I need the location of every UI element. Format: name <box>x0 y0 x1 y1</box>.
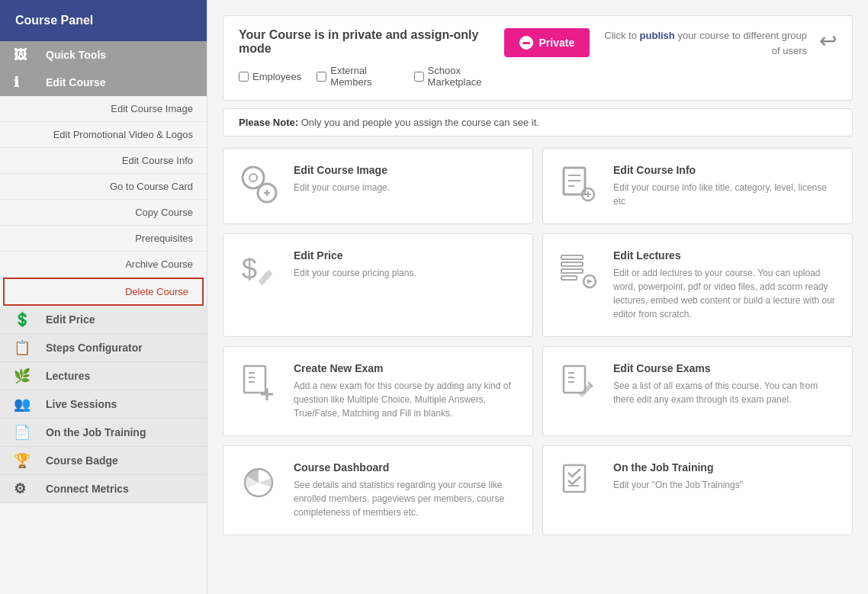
card-create-new-exam-icon <box>236 362 281 404</box>
card-edit-lectures[interactable]: Edit Lectures Edit or add lectures to yo… <box>542 233 853 337</box>
card-edit-course-image-content: Edit Course Image Edit your course image… <box>294 164 390 194</box>
sidebar-link-edit-course-image[interactable]: Edit Course Image <box>0 96 207 122</box>
sidebar-nav-connect-metrics[interactable]: ⚙ Connect Metrics <box>0 475 207 503</box>
card-edit-price-content: Edit Price Edit your course pricing plan… <box>294 249 416 280</box>
svg-text:$: $ <box>242 253 257 284</box>
card-edit-course-info-title: Edit Course Info <box>613 164 840 176</box>
sidebar-link-prerequisites[interactable]: Prerequisites <box>0 226 207 252</box>
card-edit-lectures-icon <box>555 249 601 291</box>
sidebar: Course Panel 🖼 Quick Tools ℹ Edit Course… <box>0 0 207 594</box>
note-bold: Please Note: <box>239 117 298 128</box>
course-badge-label: Course Badge <box>46 454 118 467</box>
checkbox-employees-label: Employees <box>252 71 301 82</box>
card-edit-course-image[interactable]: Edit Course Image Edit your course image… <box>223 148 533 224</box>
edit-course-icon: ℹ <box>14 74 19 91</box>
card-course-dashboard-desc: See details and statistics regarding you… <box>294 478 520 519</box>
card-edit-price[interactable]: $ Edit Price Edit your course pricing pl… <box>223 233 533 337</box>
checkbox-external-members-label: External Members <box>330 65 398 88</box>
steps-configurator-label: Steps Configurator <box>46 342 143 354</box>
card-edit-lectures-desc: Edit or add lectures to your course. You… <box>613 266 840 321</box>
card-on-the-job-training-icon <box>555 461 601 503</box>
card-edit-course-info-desc: Edit your course info like title, catego… <box>613 181 840 208</box>
card-create-new-exam[interactable]: Create New Exam Add a new exam for this … <box>223 346 533 436</box>
live-sessions-icon: 👥 <box>14 396 31 413</box>
note-text: Only you and people you assign the cours… <box>301 117 539 128</box>
lectures-icon: 🌿 <box>14 368 31 384</box>
checkbox-schoox-marketplace[interactable]: Schoox Marketplace <box>414 65 504 88</box>
checkbox-external-members[interactable]: External Members <box>317 65 398 88</box>
quick-tools-icon: 🖼 <box>14 47 27 63</box>
sidebar-nav-on-job-training[interactable]: 📄 On the Job Training <box>0 419 207 447</box>
svg-rect-13 <box>561 255 583 259</box>
svg-rect-18 <box>244 366 265 393</box>
quick-tools-label: Quick Tools <box>46 49 106 61</box>
card-edit-course-exams-title: Edit Course Exams <box>613 362 840 374</box>
checkbox-employees-input[interactable] <box>239 72 249 82</box>
sidebar-link-edit-course-info[interactable]: Edit Course Info <box>0 148 207 174</box>
card-edit-course-exams-desc: See a list of all exams of this course. … <box>613 379 840 406</box>
card-edit-lectures-title: Edit Lectures <box>613 249 840 262</box>
card-edit-lectures-content: Edit Lectures Edit or add lectures to yo… <box>613 249 840 321</box>
card-create-new-exam-desc: Add a new exam for this course by adding… <box>294 379 520 420</box>
private-button[interactable]: Private <box>504 28 590 57</box>
sidebar-nav-course-badge[interactable]: 🏆 Course Badge <box>0 447 207 475</box>
on-job-training-label: On the Job Training <box>46 426 146 438</box>
sidebar-title: Course Panel <box>0 0 207 41</box>
svg-point-1 <box>249 174 257 181</box>
top-bar: Your Course is in private and assign-onl… <box>223 15 853 101</box>
svg-rect-15 <box>561 269 583 273</box>
card-course-dashboard-title: Course Dashboard <box>294 461 520 474</box>
sidebar-nav-lectures[interactable]: 🌿 Lectures <box>0 362 207 390</box>
card-edit-course-info-content: Edit Course Info Edit your course info l… <box>613 164 840 208</box>
sidebar-link-go-to-course-card[interactable]: Go to Course Card <box>0 174 207 200</box>
sidebar-nav-live-sessions[interactable]: 👥 Live Sessions <box>0 390 207 419</box>
edit-course-label: Edit Course <box>46 76 106 88</box>
publish-hint: Click to publish your course to differen… <box>599 28 807 58</box>
sidebar-link-delete-course[interactable]: Delete Course <box>3 278 204 306</box>
main-content: Your Course is in private and assign-onl… <box>207 0 868 594</box>
checkbox-schoox-marketplace-input[interactable] <box>414 72 424 82</box>
card-edit-course-exams-icon <box>555 362 601 404</box>
svg-rect-14 <box>561 262 583 266</box>
curved-arrow-icon: ↩ <box>819 28 837 53</box>
checkbox-external-members-input[interactable] <box>317 72 326 82</box>
card-course-dashboard[interactable]: Course Dashboard See details and statist… <box>223 445 533 535</box>
private-mode-heading: Your Course is in private and assign-onl… <box>239 28 504 56</box>
sidebar-link-edit-promo[interactable]: Edit Promotional Video & Logos <box>0 122 207 148</box>
sidebar-section-quick-tools[interactable]: 🖼 Quick Tools <box>0 41 207 69</box>
on-job-training-icon: 📄 <box>14 424 31 441</box>
card-on-the-job-training-content: On the Job Training Edit your "On the Jo… <box>613 461 743 492</box>
card-create-new-exam-content: Create New Exam Add a new exam for this … <box>294 362 520 420</box>
sidebar-nav-edit-price[interactable]: 💲 Edit Price <box>0 306 207 334</box>
card-edit-price-desc: Edit your course pricing plans. <box>294 266 416 280</box>
private-icon <box>519 36 533 50</box>
publish-hint-text: Click to publish your course to differen… <box>599 28 807 58</box>
card-edit-course-image-icon <box>236 164 281 206</box>
sidebar-link-copy-course[interactable]: Copy Course <box>0 200 207 226</box>
svg-rect-24 <box>564 366 585 393</box>
card-edit-price-icon: $ <box>236 249 281 291</box>
card-edit-course-exams[interactable]: Edit Course Exams See a list of all exam… <box>542 346 853 436</box>
card-edit-course-info-icon <box>555 164 601 206</box>
note-bar: Please Note: Only you and people you ass… <box>223 108 853 136</box>
connect-metrics-icon: ⚙ <box>14 480 26 497</box>
edit-price-icon: 💲 <box>14 311 31 328</box>
card-on-the-job-training-title: On the Job Training <box>613 461 743 474</box>
sidebar-link-archive-course[interactable]: Archive Course <box>0 252 207 278</box>
course-badge-icon: 🏆 <box>14 452 31 469</box>
sidebar-nav-steps-configurator[interactable]: 📋 Steps Configurator <box>0 334 207 362</box>
card-course-dashboard-icon <box>236 461 281 503</box>
card-on-the-job-training[interactable]: On the Job Training Edit your "On the Jo… <box>542 445 853 535</box>
checkboxes-container: Employees External Members Schoox Market… <box>239 65 504 88</box>
connect-metrics-label: Connect Metrics <box>46 483 129 495</box>
checkbox-schoox-marketplace-label: Schoox Marketplace <box>428 65 504 88</box>
checkbox-employees[interactable]: Employees <box>239 71 301 82</box>
card-edit-course-image-title: Edit Course Image <box>294 164 390 176</box>
top-bar-left: Your Course is in private and assign-onl… <box>239 28 504 88</box>
publish-link[interactable]: publish <box>640 30 675 41</box>
cards-grid: Edit Course Image Edit your course image… <box>223 148 853 535</box>
card-create-new-exam-title: Create New Exam <box>294 362 520 374</box>
card-edit-course-info[interactable]: Edit Course Info Edit your course info l… <box>542 148 853 224</box>
sidebar-section-edit-course[interactable]: ℹ Edit Course <box>0 69 207 96</box>
card-on-the-job-training-desc: Edit your "On the Job Trainings" <box>613 478 743 492</box>
